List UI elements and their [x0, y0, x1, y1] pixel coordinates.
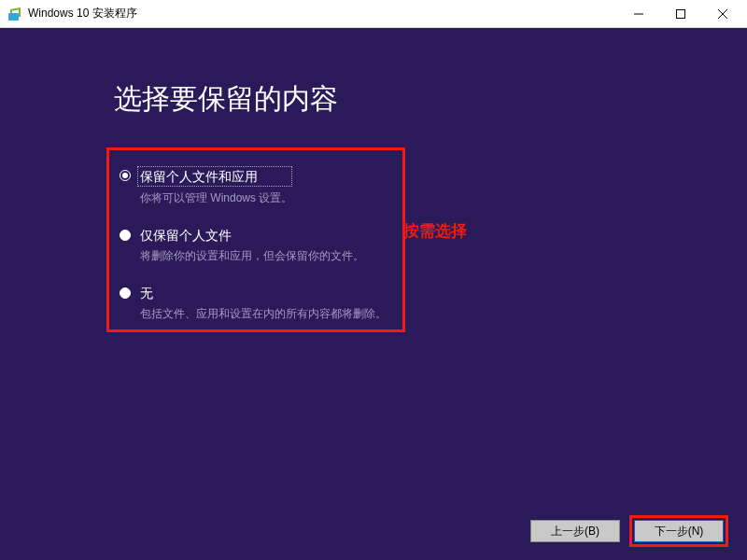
option-desc: 包括文件、应用和设置在内的所有内容都将删除。 — [140, 306, 387, 321]
option-nothing[interactable]: 无 包括文件、应用和设置在内的所有内容都将删除。 — [120, 284, 387, 321]
option-keep-files-only[interactable]: 仅保留个人文件 将删除你的设置和应用，但会保留你的文件。 — [120, 226, 387, 263]
maximize-button[interactable] — [659, 1, 701, 27]
option-label: 保留个人文件和应用 — [137, 166, 292, 187]
window-title: Windows 10 安装程序 — [28, 6, 617, 21]
next-button-annotation-box: 下一步(N) — [629, 515, 728, 547]
svg-rect-2 — [676, 9, 684, 18]
app-icon — [7, 7, 22, 21]
footer-buttons: 上一步(B) 下一步(N) — [530, 515, 728, 547]
option-desc: 将删除你的设置和应用，但会保留你的文件。 — [140, 248, 364, 263]
setup-content: 选择要保留的内容 保留个人文件和应用 你将可以管理 Windows 设置。 仅保… — [0, 28, 747, 560]
page-title: 选择要保留的内容 — [114, 80, 338, 119]
next-button[interactable]: 下一步(N) — [634, 520, 724, 542]
svg-rect-0 — [8, 13, 19, 21]
option-label: 无 — [140, 284, 387, 302]
option-keep-files-apps[interactable]: 保留个人文件和应用 你将可以管理 Windows 设置。 — [120, 166, 387, 205]
back-button[interactable]: 上一步(B) — [530, 520, 620, 542]
close-button[interactable] — [701, 1, 743, 27]
option-desc: 你将可以管理 Windows 设置。 — [140, 190, 292, 205]
window-controls — [617, 1, 743, 27]
radio-icon — [120, 170, 131, 181]
minimize-button[interactable] — [617, 1, 659, 27]
options-group: 保留个人文件和应用 你将可以管理 Windows 设置。 仅保留个人文件 将删除… — [120, 166, 387, 342]
option-label: 仅保留个人文件 — [140, 226, 364, 245]
annotation-text: 按需选择 — [403, 220, 467, 242]
titlebar: Windows 10 安装程序 — [0, 0, 747, 28]
radio-icon — [120, 287, 131, 299]
radio-icon — [120, 230, 131, 241]
